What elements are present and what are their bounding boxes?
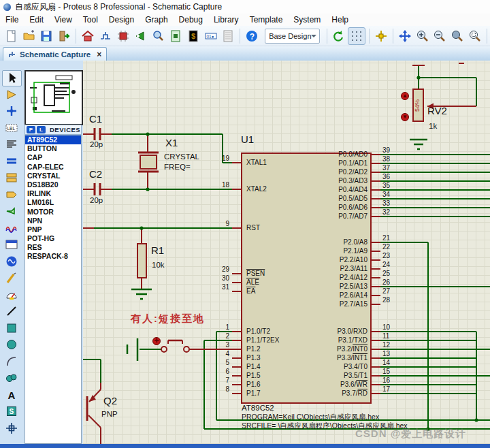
menu-item-file[interactable]: File <box>0 14 24 25</box>
pin-name-right-15: P3.5/T1 <box>287 372 368 379</box>
device-pin-mode-icon[interactable] <box>2 204 20 219</box>
pick-devices-button[interactable]: P <box>27 126 35 133</box>
menu-item-edit[interactable]: Edit <box>24 14 49 25</box>
2d-box-mode-icon[interactable] <box>2 321 20 336</box>
pin-name-right-38: P0.1/AD1 <box>287 159 368 167</box>
bill-of-materials-icon[interactable]: $ <box>185 28 201 44</box>
open-project-icon[interactable] <box>21 28 37 44</box>
device-item-res[interactable]: RES <box>25 243 81 252</box>
rv2-percent: 54% <box>414 92 422 119</box>
bom-report-icon[interactable] <box>167 28 184 44</box>
device-item-at89c52[interactable]: AT89C52 <box>25 135 81 144</box>
pin-number-7: 7 <box>195 377 229 384</box>
text-script-mode-icon[interactable] <box>2 137 20 152</box>
pan-icon[interactable] <box>397 28 413 44</box>
pin-number-13: 13 <box>382 350 410 357</box>
device-item-crystal[interactable]: CRYSTAL <box>25 172 81 180</box>
schematic-tab-icon <box>8 50 16 59</box>
component-mode-icon[interactable] <box>2 87 20 102</box>
tab-close-icon[interactable]: × <box>97 50 101 59</box>
menu-item-system[interactable]: System <box>288 14 326 25</box>
devices-list[interactable]: AT89C52BUTTONCAPCAP-ELECCRYSTALDS18B20IR… <box>24 135 82 444</box>
rv2-decrease-button[interactable]: ▼ <box>401 113 409 121</box>
device-item-button[interactable]: BUTTON <box>25 144 81 153</box>
origin-icon[interactable] <box>373 28 389 44</box>
zoom-in-icon[interactable] <box>414 28 431 44</box>
toolbar-separator <box>327 29 327 44</box>
graph-mode-icon[interactable] <box>2 221 20 236</box>
pin-name-right-13: P3.3/INT1 <box>287 354 368 362</box>
generator-mode-icon[interactable] <box>2 254 20 269</box>
new-file-icon[interactable] <box>3 28 20 44</box>
pin-name-right-34: P0.5/AD5 <box>287 195 368 202</box>
device-item-cap[interactable]: CAP <box>25 153 81 162</box>
device-item-npn[interactable]: NPN <box>25 217 81 225</box>
menu-item-design[interactable]: Design <box>103 14 140 25</box>
refresh-icon[interactable] <box>331 28 347 44</box>
device-item-pot-hg[interactable]: POT-HG <box>25 234 81 243</box>
library-browser-icon[interactable] <box>150 28 166 44</box>
3d-visualizer-icon[interactable] <box>133 28 149 44</box>
schematic-capture-icon[interactable] <box>97 28 114 44</box>
pin-number-16: 16 <box>382 377 410 384</box>
grid-toggle-icon[interactable] <box>348 27 365 45</box>
overview-minimap[interactable] <box>24 70 83 125</box>
menu-item-help[interactable]: Help <box>326 14 354 25</box>
zoom-out-icon[interactable] <box>431 28 448 44</box>
2d-line-mode-icon[interactable] <box>2 304 20 319</box>
2d-symbol-mode-icon[interactable]: S <box>2 404 20 419</box>
device-item-cap-elec[interactable]: CAP-ELEC <box>25 163 81 172</box>
device-item-irlink[interactable]: IRLINK <box>25 189 81 198</box>
rv2-increase-button[interactable]: ▲ <box>401 92 409 100</box>
device-item-respack-8[interactable]: RESPACK-8 <box>25 252 81 261</box>
new-sheet-icon[interactable] <box>220 28 237 44</box>
design-explorer-icon[interactable]: 01● <box>203 28 219 44</box>
schematic-wiring <box>83 61 490 444</box>
toolbar-separator <box>240 29 240 44</box>
pcb-layout-icon[interactable] <box>115 28 131 44</box>
voltage-probe-mode-icon[interactable] <box>2 270 20 285</box>
2d-arc-mode-icon[interactable] <box>2 354 20 369</box>
zoom-area-icon[interactable] <box>467 28 483 44</box>
zoom-all-icon[interactable] <box>449 28 466 44</box>
menu-item-tool[interactable]: Tool <box>78 14 103 25</box>
home-page-icon[interactable] <box>80 28 96 44</box>
wire-label-mode-icon[interactable]: LBL <box>2 121 20 135</box>
subcircuit-mode-icon[interactable] <box>2 170 20 185</box>
junction-mode-icon[interactable] <box>2 103 20 118</box>
pin-number-31: 31 <box>195 283 229 291</box>
toolbar-separator <box>487 29 487 44</box>
pin-name-left-8: P1.7 <box>246 389 261 397</box>
help-icon[interactable]: ? <box>244 28 260 44</box>
pin-name-right-35: P0.4/AD4 <box>287 186 368 193</box>
selection-arrow-icon[interactable] <box>2 70 22 86</box>
save-project-icon[interactable] <box>39 28 55 44</box>
2d-path-mode-icon[interactable] <box>2 370 20 385</box>
schematic-canvas[interactable]: C1 20p C2 20p X1 CRYSTAL FREQ= U1 R1 10k… <box>83 61 490 444</box>
tab-schematic-capture[interactable]: Schematic Capture × <box>3 47 107 61</box>
import-project-icon[interactable] <box>56 28 72 44</box>
design-selector-dropdown[interactable]: Base Design <box>265 29 319 44</box>
bus-mode-icon[interactable] <box>2 154 20 169</box>
pin-number-24: 24 <box>382 261 410 268</box>
push-button-actuator[interactable]: ✛ <box>152 337 161 345</box>
menu-item-debug[interactable]: Debug <box>174 14 208 25</box>
current-probe-mode-icon[interactable] <box>2 287 20 302</box>
library-manage-button[interactable]: L <box>37 126 46 133</box>
device-item-lm016l[interactable]: LM016L <box>25 198 81 207</box>
devices-title: DEVICES <box>50 126 80 133</box>
terminal-mode-icon[interactable] <box>2 187 20 202</box>
c2-ref: C2 <box>89 168 102 180</box>
2d-marker-mode-icon[interactable] <box>2 421 20 436</box>
2d-text-mode-icon[interactable]: A <box>2 387 20 402</box>
pin-name-left-18: XTAL2 <box>246 185 267 193</box>
tape-recorder-mode-icon[interactable] <box>2 237 20 252</box>
device-item-ds18b20[interactable]: DS18B20 <box>25 180 81 189</box>
menu-item-graph[interactable]: Graph <box>140 14 173 25</box>
device-item-pnp[interactable]: PNP <box>25 225 81 234</box>
menu-item-template[interactable]: Template <box>244 14 289 25</box>
2d-circle-mode-icon[interactable] <box>2 337 20 352</box>
device-item-motor[interactable]: MOTOR <box>25 208 81 217</box>
menu-item-library[interactable]: Library <box>208 14 244 25</box>
menu-item-view[interactable]: View <box>49 14 78 25</box>
